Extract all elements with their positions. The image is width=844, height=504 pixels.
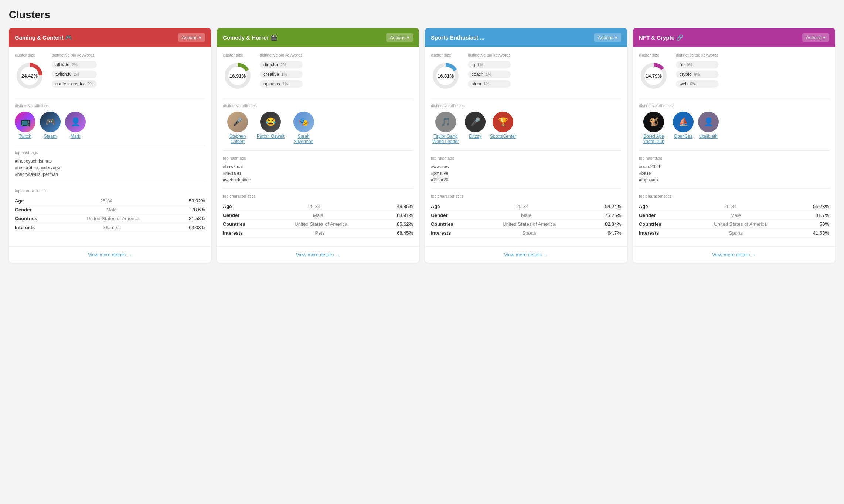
affinity-name[interactable]: Twitch [19, 134, 31, 139]
affinity-name[interactable]: SportsCenter [490, 134, 516, 139]
char-label: Interests [431, 230, 451, 236]
view-more-button[interactable]: View more details → [217, 246, 419, 263]
characteristic-row: Age 25-34 55.23% [639, 202, 829, 211]
characteristics-label: Top characteristics [15, 188, 205, 193]
char-value: 25-34 [308, 204, 320, 209]
characteristic-row: Countries United States of America 85.62… [223, 220, 413, 229]
affinity-name[interactable]: Drizzy [469, 134, 481, 139]
divider [15, 145, 205, 145]
characteristic-row: Gender Male 81.7% [639, 211, 829, 220]
affinity-item: 🎤 Drizzy [465, 112, 486, 139]
char-value: 25-34 [100, 198, 112, 204]
view-more-button[interactable]: View more details → [425, 246, 627, 263]
affinity-item: 🎭 Sarah Silverman [289, 112, 319, 144]
actions-button[interactable]: Actions ▾ [802, 33, 829, 42]
char-pct: 81.58% [189, 216, 205, 221]
char-value: United States of America [714, 221, 767, 227]
characteristic-row: Interests Pets 68.45% [223, 229, 413, 238]
char-pct: 54.24% [605, 204, 621, 209]
characteristic-row: Countries United States of America 50% [639, 220, 829, 229]
bio-keyword: twitch.tv 2% [52, 71, 97, 78]
affinity-name[interactable]: Taylor Gang World Leader [431, 134, 460, 144]
affinity-item: 🎮 Steam [40, 112, 61, 139]
characteristic-row: Countries United States of America 82.34… [431, 220, 621, 229]
affinities-row: 🐒 Bored Ape Yacht Club ⛵ OpenSea 👤 vital… [639, 112, 829, 144]
cluster-card-gaming: Gaming & Content 🎮 Actions ▾ Cluster siz… [9, 28, 211, 263]
cluster-title: Sports Enthusiast ... [431, 34, 484, 41]
affinity-name[interactable]: Steam [44, 134, 57, 139]
cluster-body: Cluster size 16.91% Distinctive bio keyw… [217, 47, 419, 246]
donut-chart: 16.91% [223, 61, 252, 91]
hashtag: #20for20 [431, 177, 621, 183]
affinity-item: 🎵 Taylor Gang World Leader [431, 112, 460, 144]
char-pct: 64.7% [608, 230, 621, 236]
cluster-percentage: 24.42% [21, 73, 38, 79]
char-value: Male [106, 207, 117, 212]
affinities-row: 🎵 Taylor Gang World Leader 🎤 Drizzy 🏆 Sp… [431, 112, 621, 144]
char-label: Countries [639, 221, 661, 227]
divider [223, 150, 413, 151]
affinity-name[interactable]: Bored Ape Yacht Club [639, 134, 668, 144]
cluster-percentage: 16.91% [229, 73, 246, 79]
characteristic-row: Age 25-34 53.92% [15, 197, 205, 205]
bio-keyword: director 2% [260, 61, 303, 68]
donut-chart: 14.79% [639, 61, 668, 91]
actions-button[interactable]: Actions ▾ [178, 33, 205, 42]
affinity-name[interactable]: Mark [71, 134, 81, 139]
bio-keywords-label: Distinctive bio keywords [52, 53, 97, 57]
char-pct: 81.7% [816, 212, 829, 218]
cluster-title: Comedy & Horror 🎬 [223, 34, 278, 41]
cluster-body: Cluster size 16.81% Distinctive bio keyw… [425, 47, 627, 246]
affinity-name[interactable]: Stephen Colbert [223, 134, 252, 144]
hashtags-label: Top hashtags [15, 150, 205, 155]
char-pct: 41.63% [813, 230, 829, 236]
char-label: Gender [639, 212, 656, 218]
char-label: Interests [223, 230, 243, 236]
bio-keywords-list: affiliate 2% twitch.tv 2% content creato… [52, 61, 97, 88]
bio-keyword: alum 1% [468, 80, 511, 88]
cluster-size-section: Cluster size 24.42% [15, 53, 44, 91]
characteristic-row: Countries United States of America 81.58… [15, 214, 205, 223]
char-value: Pets [315, 230, 325, 236]
char-pct: 50% [820, 221, 829, 227]
hashtags-section: Top hashtags #hawktuah #mvsales #webackb… [223, 156, 413, 183]
char-value: Male [731, 212, 741, 218]
char-value: Sports [729, 230, 743, 236]
affinity-name[interactable]: OpenSea [674, 134, 693, 139]
hashtag: #hawktuah [223, 164, 413, 169]
actions-button[interactable]: Actions ▾ [594, 33, 621, 42]
bio-keywords-section: Distinctive bio keywords ig 1% coach 1% … [468, 53, 511, 91]
affinity-name[interactable]: vitalik.eth [699, 134, 718, 139]
cluster-header: Gaming & Content 🎮 Actions ▾ [9, 28, 211, 47]
char-value: Games [104, 225, 120, 230]
cluster-title: Gaming & Content 🎮 [15, 34, 72, 41]
view-more-button[interactable]: View more details → [9, 246, 211, 263]
hashtag: #base [639, 171, 829, 176]
affinity-item: ⛵ OpenSea [673, 112, 694, 139]
char-value: Sports [522, 230, 536, 236]
char-label: Gender [223, 212, 240, 218]
cluster-body: Cluster size 24.42% Distinctive bio keyw… [9, 47, 211, 246]
hashtags-section: Top hashtags #euro2024 #base #tapswap [639, 156, 829, 183]
cluster-size-section: Cluster size 14.79% [639, 53, 668, 91]
char-value: United States of America [86, 216, 139, 221]
char-label: Interests [639, 230, 659, 236]
hashtag: #restorethesnyderverse [15, 165, 205, 170]
cluster-size-label: Cluster size [431, 53, 460, 57]
characteristic-row: Gender Male 68.91% [223, 211, 413, 220]
bio-keywords-label: Distinctive bio keywords [676, 53, 719, 57]
cluster-percentage: 16.81% [438, 73, 454, 79]
char-label: Age [223, 204, 232, 209]
hashtag: #henrycavillsuperman [15, 172, 205, 177]
view-more-button[interactable]: View more details → [633, 246, 835, 263]
hashtag: #euro2024 [639, 164, 829, 169]
divider [223, 188, 413, 189]
char-label: Countries [223, 221, 245, 227]
affinity-name[interactable]: Patton Oswalt [257, 134, 285, 139]
affinity-item: 🐒 Bored Ape Yacht Club [639, 112, 668, 144]
char-pct: 68.45% [397, 230, 413, 236]
char-label: Age [15, 198, 24, 204]
characteristic-row: Age 25-34 54.24% [431, 202, 621, 211]
affinity-name[interactable]: Sarah Silverman [289, 134, 319, 144]
actions-button[interactable]: Actions ▾ [386, 33, 413, 42]
